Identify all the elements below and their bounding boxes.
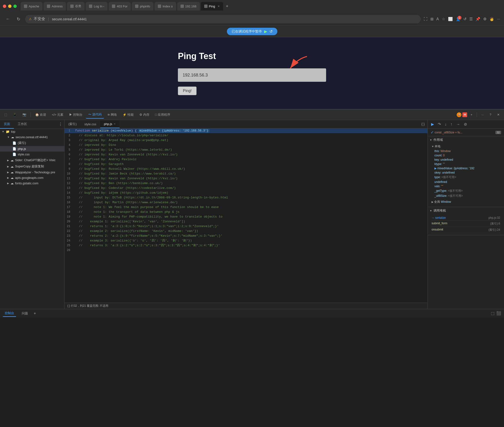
bottom-tab-issues[interactable]: 问题 [20,310,30,317]
tree-item-supercopy[interactable]: ▶ ☁ SuperCopy 超级复制 [0,163,64,169]
source-tab-index[interactable]: (索引) [65,120,81,128]
step-into-button[interactable]: ↓ [443,121,448,127]
undock-button[interactable]: ⬛ [496,311,501,316]
close-devtools-button[interactable]: ✕ [495,111,502,118]
tree-item-wappalyzer[interactable]: ▶ ☁ Wappalyzer - Technology pre [0,169,64,175]
step-over-debug-button[interactable]: ↷ [436,121,442,127]
call-stack-item-submit[interactable]: submit_form (索引):6 [432,221,500,227]
call-stack-header[interactable]: ▼ 调用堆栈 [428,207,504,214]
tab-label: Index o [163,5,173,8]
extension-icon[interactable]: ⬜ [448,17,453,21]
scope-key: type: [435,175,441,179]
panel-tab-menu[interactable]: ⋮ [57,120,64,129]
step-button[interactable]: → [455,121,461,127]
help-button[interactable]: ? [487,111,494,118]
tab-403[interactable]: 403 For [108,2,131,10]
grid-icon[interactable]: ⊞ [430,17,434,21]
tree-item-googleapis[interactable]: ▶ ☁ apis.googleapis.com [0,175,64,181]
tree-item-phpjs[interactable]: 📄 php.js [0,146,64,152]
deactivate-breakpoints-button[interactable]: ⊘ [462,121,468,127]
new-tab-button[interactable]: + [224,3,230,10]
maximize-button[interactable] [13,5,17,8]
add-panel-button[interactable]: + [468,111,475,118]
code-area[interactable]: 1 function serialize (mixedValue) {mixed… [65,128,428,303]
call-stack-item-onsubmit[interactable]: onsubmit (索引):24 [432,227,500,233]
code-line-24: 24 // example 3: serialize({'ü': 'ü', '四… [65,238,428,243]
tab-favicon [181,5,184,8]
scope-val: <值不可用> [448,189,463,192]
tab-console[interactable]: ▶ 控制台 [67,111,85,118]
tab-apache[interactable]: Apache [21,2,43,10]
settings-icon[interactable]: ⚙ [483,17,487,21]
bottom-tab-console[interactable]: 控制台 [3,310,16,317]
dock-side-button[interactable]: ⬚ [491,311,494,316]
avatar[interactable]: 👩 [489,17,494,21]
screen-share-icon[interactable]: ⛶ [424,17,428,21]
scope-item-gettype: _getType: <值不可用> [435,189,500,193]
format-button[interactable]: { } [420,121,426,127]
tab-network[interactable]: ≋ 网络 [105,111,120,118]
tab-192[interactable]: 192.168 [177,2,200,10]
tab-sources[interactable]: 〜 源代码 [86,111,104,119]
tab-label: phpinfo [140,5,150,8]
resume-debugger-button[interactable]: ▶ [430,121,435,127]
tab-close-icon[interactable]: ✕ [218,5,220,8]
more-options-button[interactable]: ··· [479,111,486,118]
local-scope-header[interactable]: ▼ 本地 [432,145,500,148]
read-mode-icon[interactable]: ☰ [469,17,473,21]
line-content: // bugfixed by: Russell Walker (https://… [73,167,428,171]
menu-icon[interactable]: ··· [497,17,500,21]
step-out-button[interactable]: ↑ [449,121,454,127]
source-tab-close-icon[interactable]: ✕ [114,122,116,126]
step-over-button[interactable]: ↺ [269,29,273,34]
tab-performance[interactable]: ⚡ 性能 [120,111,136,118]
tab-adminis[interactable]: Adminis [44,2,66,10]
ping-button[interactable]: Ping! [178,87,197,95]
tab-ping[interactable]: Ping ✕ [201,2,223,10]
scope-header[interactable]: ▼ 作用域 [428,136,504,144]
star-icon[interactable]: ☆ [442,17,445,21]
scope-val: 0 [443,154,445,157]
line-number: 20 [65,219,73,224]
devtools-device-button[interactable]: 📱 [10,111,19,118]
global-scope-header[interactable]: ▶ 全局 Window [432,200,500,204]
cookie-icon[interactable]: 🍪 [457,112,461,117]
resume-button[interactable]: ▶ [264,29,267,34]
tree-item-stylecss[interactable]: 📄 style.css [0,152,64,157]
call-stack-item-serialize[interactable]: → serialize php.js:32 [432,215,500,221]
tab-index[interactable]: Index o [154,2,176,10]
text-size-icon[interactable]: A [436,17,439,21]
notification-badge: 2 [458,16,461,20]
panel-tab-page[interactable]: 页面 [0,120,14,129]
source-tab-phpjs[interactable]: php.js ✕ [100,120,120,128]
reload-button[interactable]: ↻ [15,15,22,23]
tree-item-sider[interactable]: ▶ ☁ Sider: ChatGPT侧边栏+ Visic [0,157,64,163]
tree-item-index[interactable]: 📄 (索引) [0,140,64,146]
pin-icon[interactable]: 📌 [475,17,480,21]
add-tab-button[interactable]: + [34,311,36,316]
back-button[interactable]: ← [4,15,12,23]
tab-login[interactable]: Log In ‹ [86,2,107,10]
call-fn-label: onsubmit [432,228,443,232]
devtools-screenshot-button[interactable]: 📷 [20,111,29,118]
call-stack-content: → serialize php.js:32 submit_form (索引):6… [428,214,504,235]
panel-tab-workspace[interactable]: 工作区 [14,120,31,129]
tab-application[interactable]: □ 应用程序 [153,111,173,118]
devtools-inspect-button[interactable]: ⬚ [2,111,10,118]
address-box[interactable]: ⚠ 不安全 | secure.cereal.ctf:44441 [25,15,421,23]
scope-item-mixedvalue[interactable]: ▶ mixedValue: {ipAddress: '192 [435,167,500,170]
close-button[interactable] [3,5,6,8]
tab-welcome[interactable]: 🏠 欢迎 [33,111,48,118]
minimize-button[interactable] [8,5,11,8]
refresh-icon[interactable]: ↺ [463,17,466,21]
tab-memory[interactable]: ⚙ 内存 [137,111,152,118]
tree-item-domain[interactable]: ▼ ☁ secure.cereal.ctf:44441 [0,134,64,140]
source-tab-stylecss[interactable]: style.css [81,121,100,128]
tree-item-gstatic[interactable]: ▶ ☁ fonts.gstatic.com [0,181,64,186]
line-number: 4 [65,143,73,147]
tree-item-top[interactable]: ▼ 📁 top [0,129,64,134]
tab-phpinfo[interactable]: phpinfo [132,2,153,10]
h-badge[interactable]: H [462,112,467,117]
tab-elements[interactable]: </> 元素 [49,111,66,118]
tab-谷类[interactable]: 谷类 [67,2,85,10]
